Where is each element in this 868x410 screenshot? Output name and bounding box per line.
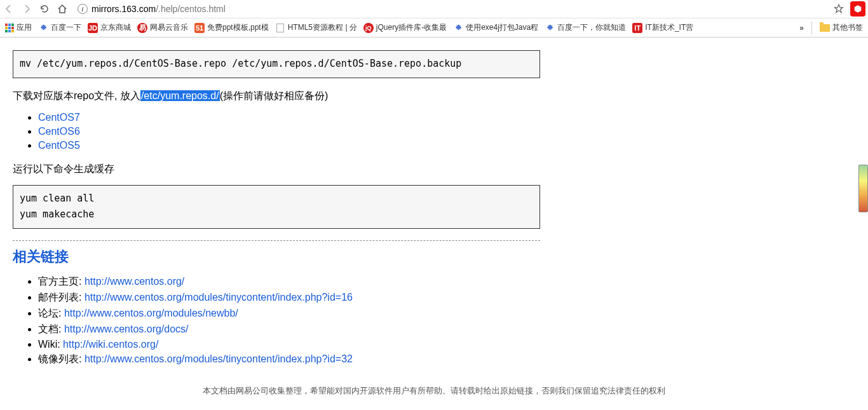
bookmark-label: 京东商城 (100, 22, 131, 33)
related-links-list: 官方主页: http://www.centos.org/邮件列表: http:/… (13, 275, 855, 366)
list-item: CentOS7 (38, 112, 855, 123)
bookmark-item[interactable]: ITIT新技术_IT营 (632, 22, 693, 33)
bookmark-item[interactable]: jQjQuery插件库-收集最 (363, 22, 447, 33)
site-info-icon[interactable]: i (78, 4, 88, 14)
link-label: 邮件列表: (38, 292, 85, 303)
list-item: 镜像列表: http://www.centos.org/modules/tiny… (38, 353, 855, 366)
bookmark-label: 网易云音乐 (150, 22, 188, 33)
bookmark-item[interactable]: HTML5资源教程 | 分 (275, 22, 357, 33)
bookmark-item[interactable]: ❉百度一下 (38, 22, 81, 33)
bookmark-item[interactable]: 易网易云音乐 (137, 22, 188, 33)
related-link[interactable]: http://www.centos.org/modules/newbb/ (64, 308, 238, 318)
list-item: CentOS5 (38, 140, 855, 151)
browser-toolbar: i mirrors.163.com/.help/centos.html (0, 0, 868, 18)
centos-link[interactable]: CentOS6 (38, 126, 80, 137)
related-link[interactable]: http://www.centos.org/modules/tinyconten… (85, 292, 353, 303)
bookmark-item[interactable]: JD京东商城 (88, 22, 131, 33)
list-item: CentOS6 (38, 126, 855, 137)
folder-icon (820, 24, 830, 32)
centos-link[interactable]: CentOS5 (38, 140, 80, 151)
divider (13, 240, 540, 241)
list-item: 邮件列表: http://www.centos.org/modules/tiny… (38, 291, 855, 304)
abp-extension-icon[interactable] (850, 1, 865, 17)
para-run-command: 运行以下命令生成缓存 (13, 163, 855, 176)
para-download-repo: 下载对应版本repo文件, 放入/etc/yum.repos.d/(操作前请做好… (13, 90, 855, 103)
centos-link[interactable]: CentOS7 (38, 112, 80, 123)
bookmark-label: jQuery插件库-收集最 (376, 22, 447, 33)
related-link[interactable]: http://www.centos.org/docs/ (64, 324, 189, 334)
bookmark-item[interactable]: ❉百度一下，你就知道 (545, 22, 626, 33)
bookmark-label: IT新技术_IT营 (645, 22, 693, 33)
back-button[interactable] (3, 3, 15, 15)
bookmark-label: 百度一下 (51, 22, 81, 33)
list-item: 文档: http://www.centos.org/docs/ (38, 323, 855, 336)
related-link[interactable]: http://wiki.centos.org/ (63, 339, 158, 350)
forward-button[interactable] (20, 3, 33, 15)
bookmarks-bar: 应用 ❉百度一下JD京东商城易网易云音乐51免费ppt模板,ppt模HTML5资… (0, 18, 868, 38)
page-content: mv /etc/yum.repos.d/CentOS-Base.repo /et… (0, 38, 868, 410)
bookmark-item[interactable]: ❉使用exe4j打包Java程 (453, 22, 538, 33)
selected-path: /etc/yum.repos.d/ (140, 90, 220, 101)
bookmark-label: 免费ppt模板,ppt模 (207, 22, 269, 33)
code-block-backup[interactable]: mv /etc/yum.repos.d/CentOS-Base.repo /et… (13, 50, 540, 78)
url-text: mirrors.163.com/.help/centos.html (92, 4, 226, 14)
apps-icon (5, 24, 14, 32)
code-block-cache[interactable]: yum clean all yum makecache (13, 185, 540, 229)
overflow-icon[interactable]: » (799, 24, 804, 32)
related-links-heading: 相关链接 (13, 247, 855, 266)
url-bar[interactable]: i mirrors.163.com/.help/centos.html (74, 1, 827, 17)
footer-note: 本文档由网易公司收集整理，希望能对国内开源软件用户有所帮助。请转载时给出原始链接… (13, 385, 855, 397)
link-label: 官方主页: (38, 276, 85, 287)
bookmark-label: 百度一下，你就知道 (557, 22, 626, 33)
apps-shortcut[interactable]: 应用 (5, 22, 32, 33)
list-item: 论坛: http://www.centos.org/modules/newbb/ (38, 307, 855, 320)
bookmark-star-icon[interactable] (832, 3, 845, 15)
svg-marker-0 (855, 5, 862, 13)
reload-button[interactable] (38, 3, 51, 15)
apps-label: 应用 (17, 22, 32, 33)
bookmark-item[interactable]: 51免费ppt模板,ppt模 (194, 22, 269, 33)
link-label: 论坛: (38, 308, 64, 318)
page-viewport[interactable]: mv /etc/yum.repos.d/CentOS-Base.repo /et… (0, 38, 868, 410)
link-label: 镜像列表: (38, 353, 85, 364)
link-label: 文档: (38, 324, 64, 334)
bookmark-label: HTML5资源教程 | 分 (288, 22, 357, 33)
list-item: Wiki: http://wiki.centos.org/ (38, 339, 855, 350)
custom-scroll-thumb[interactable] (858, 165, 868, 212)
list-item: 官方主页: http://www.centos.org/ (38, 275, 855, 289)
link-label: Wiki: (38, 339, 63, 350)
related-link[interactable]: http://www.centos.org/modules/tinyconten… (85, 353, 353, 364)
bookmark-label: 使用exe4j打包Java程 (466, 22, 538, 33)
other-bookmarks-label: 其他书签 (832, 22, 863, 33)
related-link[interactable]: http://www.centos.org/ (85, 276, 184, 287)
other-bookmarks[interactable]: 其他书签 (820, 22, 863, 33)
home-button[interactable] (56, 3, 69, 15)
centos-version-list: CentOS7CentOS6CentOS5 (13, 112, 855, 151)
